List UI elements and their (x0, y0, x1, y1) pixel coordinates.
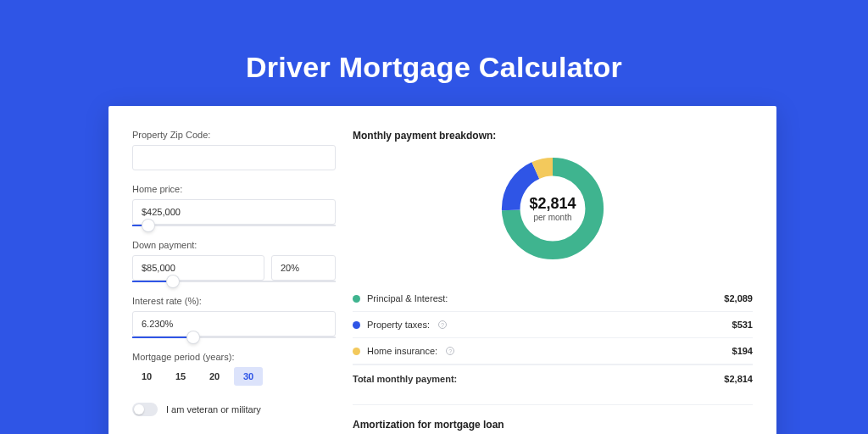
inputs-panel: Property Zip Code: Home price: Down paym… (132, 130, 336, 434)
interest-input[interactable] (132, 311, 336, 337)
downpayment-input[interactable] (132, 255, 264, 281)
legend-dot (353, 348, 360, 355)
slider-thumb[interactable] (142, 220, 154, 231)
donut-center-sub: per month (533, 213, 571, 222)
period-option-15[interactable]: 15 (166, 367, 195, 386)
interest-label: Interest rate (%): (132, 296, 336, 306)
downpayment-label: Down payment: (132, 240, 336, 250)
legend-label: Property taxes: (367, 320, 430, 330)
donut-center-value: $2,814 (529, 195, 576, 213)
legend-value: $194 (732, 346, 753, 356)
legend-dot (353, 295, 360, 303)
calculator-card: Property Zip Code: Home price: Down paym… (108, 106, 776, 434)
legend-row: Property taxes:?$531 (353, 312, 753, 338)
homeprice-label: Home price: (132, 184, 336, 194)
legend-value: $531 (732, 320, 753, 330)
zip-label: Property Zip Code: (132, 130, 336, 140)
legend-label: Principal & Interest: (367, 293, 448, 303)
period-option-10[interactable]: 10 (132, 367, 161, 386)
legend-total-row: Total monthly payment:$2,814 (353, 364, 753, 392)
interest-slider[interactable] (132, 337, 336, 338)
period-option-20[interactable]: 20 (200, 367, 229, 386)
legend-row: Home insurance:?$194 (353, 338, 753, 364)
slider-thumb[interactable] (187, 331, 199, 343)
downpayment-pct-input[interactable] (271, 255, 336, 281)
page-title: Driver Mortgage Calculator (0, 51, 868, 84)
breakdown-header: Monthly payment breakdown: (353, 130, 753, 142)
downpayment-slider[interactable] (132, 281, 336, 282)
breakdown-panel: Monthly payment breakdown: $2,814 per mo… (353, 130, 753, 434)
legend-row: Principal & Interest:$2,089 (353, 286, 753, 312)
slider-thumb[interactable] (167, 275, 179, 287)
legend-total-label: Total monthly payment: (353, 374, 457, 384)
zip-input[interactable] (132, 145, 336, 170)
help-icon[interactable]: ? (446, 347, 454, 355)
period-label: Mortgage period (years): (132, 352, 336, 362)
legend-label: Home insurance: (367, 346, 437, 356)
veteran-toggle[interactable] (132, 403, 158, 416)
help-icon[interactable]: ? (438, 320, 447, 329)
legend-total-value: $2,814 (724, 374, 753, 384)
homeprice-input[interactable] (132, 199, 336, 225)
period-tabs: 10152030 (132, 367, 336, 386)
veteran-label: I am veteran or military (166, 404, 261, 415)
amortization-section: Amortization for mortgage loan Amortizat… (353, 404, 753, 434)
homeprice-slider[interactable] (132, 225, 336, 226)
amortization-header: Amortization for mortgage loan (353, 419, 753, 431)
period-option-30[interactable]: 30 (234, 367, 263, 386)
legend-dot (353, 321, 360, 329)
monthly-donut-chart: $2,814 per month (498, 153, 608, 264)
legend-value: $2,089 (724, 293, 753, 303)
